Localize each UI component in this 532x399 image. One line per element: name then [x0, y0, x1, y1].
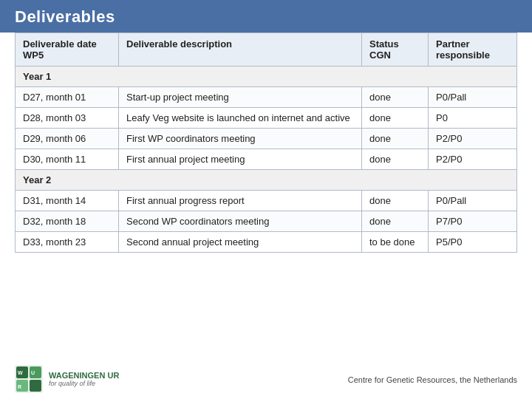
- table-container: Deliverable date WP5 Deliverable descrip…: [0, 33, 532, 361]
- cell-description: Second WP coordinators meeting: [119, 211, 362, 232]
- logo-name-text: WAGENINGEN UR: [49, 371, 119, 380]
- col-header-partner: Partner responsible: [429, 33, 517, 66]
- cell-status: done: [362, 191, 429, 211]
- cell-partner: P2/P0: [429, 149, 517, 170]
- cell-partner: P5/P0: [429, 232, 517, 253]
- cell-description: First annual project meeting: [119, 149, 362, 170]
- table-header-row: Deliverable date WP5 Deliverable descrip…: [16, 33, 517, 66]
- cell-status: done: [362, 108, 429, 129]
- table-row: D31, month 14First annual progress repor…: [16, 191, 517, 211]
- year-label: Year 2: [16, 170, 517, 191]
- col-header-status: Status CGN: [362, 33, 429, 66]
- svg-text:W: W: [18, 370, 23, 375]
- cell-description: First annual progress report: [119, 191, 362, 211]
- cell-date: D32, month 18: [16, 211, 119, 232]
- col-header-date: Deliverable date WP5: [16, 33, 119, 66]
- cell-partner: P0: [429, 108, 517, 129]
- cell-status: done: [362, 149, 429, 170]
- cell-status: to be done: [362, 232, 429, 253]
- cell-status: done: [362, 211, 429, 232]
- logo-tagline-text: for quality of life: [49, 380, 119, 387]
- table-row: D27, month 01Start-up project meetingdon…: [16, 87, 517, 108]
- table-year-row: Year 2: [16, 170, 517, 191]
- cell-partner: P7/P0: [429, 211, 517, 232]
- svg-rect-4: [30, 380, 41, 392]
- cell-description: First WP coordinators meeting: [119, 129, 362, 149]
- cell-date: D33, month 23: [16, 232, 119, 253]
- cell-description: Second annual project meeting: [119, 232, 362, 253]
- cell-description: Leafy Veg website is launched on interne…: [119, 108, 362, 129]
- cell-partner: P0/Pall: [429, 191, 517, 211]
- cell-date: D28, month 03: [16, 108, 119, 129]
- cell-status: done: [362, 129, 429, 149]
- page-footer: W U R WAGENINGEN UR for quality of life …: [0, 361, 532, 399]
- cell-date: D31, month 14: [16, 191, 119, 211]
- year-label: Year 1: [16, 66, 517, 87]
- footer-logo-area: W U R WAGENINGEN UR for quality of life: [15, 365, 119, 393]
- cell-partner: P0/Pall: [429, 87, 517, 108]
- page-title: Deliverables: [15, 7, 115, 26]
- cell-status: done: [362, 87, 429, 108]
- page-wrapper: Deliverables Deliverable date WP5 Delive…: [0, 0, 532, 399]
- table-row: D30, month 11First annual project meetin…: [16, 149, 517, 170]
- table-row: D29, month 06First WP coordinators meeti…: [16, 129, 517, 149]
- table-year-row: Year 1: [16, 66, 517, 87]
- cell-partner: P2/P0: [429, 129, 517, 149]
- cell-date: D27, month 01: [16, 87, 119, 108]
- svg-text:U: U: [31, 370, 35, 375]
- page-header: Deliverables: [0, 0, 532, 33]
- wageningen-logo-icon: W U R: [15, 365, 43, 393]
- footer-credit-text: Centre for Genetic Resources, the Nether…: [348, 375, 517, 384]
- deliverables-table: Deliverable date WP5 Deliverable descrip…: [15, 33, 517, 253]
- svg-text:R: R: [18, 384, 21, 389]
- cell-date: D30, month 11: [16, 149, 119, 170]
- cell-description: Start-up project meeting: [119, 87, 362, 108]
- footer-logo-text-block: WAGENINGEN UR for quality of life: [49, 371, 119, 387]
- table-row: D28, month 03Leafy Veg website is launch…: [16, 108, 517, 129]
- table-row: D32, month 18Second WP coordinators meet…: [16, 211, 517, 232]
- table-row: D33, month 23Second annual project meeti…: [16, 232, 517, 253]
- col-header-description: Deliverable description: [119, 33, 362, 66]
- cell-date: D29, month 06: [16, 129, 119, 149]
